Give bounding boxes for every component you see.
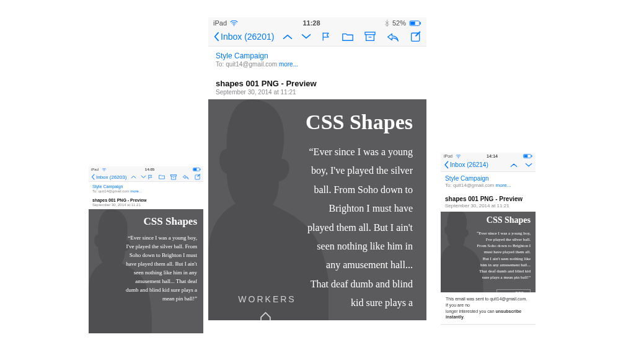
email-hero: CSS Shapes “Ever since I was a young boy… <box>441 212 536 292</box>
back-chevron-icon <box>91 174 95 180</box>
reply-button[interactable] <box>387 32 399 42</box>
bluetooth-icon <box>385 19 389 27</box>
battery-icon <box>409 20 421 26</box>
back-label: Inbox (26203) <box>96 174 126 180</box>
back-label: Inbox (26201) <box>221 32 274 42</box>
hero-title: CSS Shapes <box>208 99 426 138</box>
unsub-period: . <box>464 315 465 319</box>
archive-button[interactable] <box>170 174 177 180</box>
to-line: To: quit14@gmail.com more... <box>445 182 531 188</box>
status-time: 14:14 <box>487 154 498 158</box>
to-prefix: To: <box>92 189 97 193</box>
status-bar: iPad 14:05 <box>89 166 203 173</box>
to-line: To: quit14@gmail.com more... <box>92 189 200 193</box>
nav-bar: Inbox (26201) <box>208 29 426 47</box>
css-shapes-chip[interactable]: CSS Shapes <box>496 289 531 292</box>
battery-pct: 52% <box>392 19 406 27</box>
hero-quote: “Ever since I was a young boy, I've play… <box>477 230 536 283</box>
prev-message-button[interactable] <box>283 34 293 40</box>
wifi-icon <box>230 20 238 26</box>
subject: shapes 001 PNG - Preview <box>92 198 200 202</box>
hero-title: CSS Shapes <box>89 209 203 229</box>
nav-bar: Inbox (26203) <box>89 173 203 182</box>
skyline-icon <box>221 308 313 320</box>
more-link[interactable]: more... <box>130 189 142 193</box>
bottom-toolbar <box>441 324 536 325</box>
date: September 30, 2014 at 11:21 <box>216 89 419 96</box>
back-chevron-icon <box>213 32 219 42</box>
sender-name[interactable]: Style Campaign <box>445 175 531 182</box>
compose-button[interactable] <box>410 31 421 42</box>
hero-quote: “Ever since I was a young boy, I've play… <box>306 143 426 320</box>
email-hero: WORKERS CSS Shapes “Ever since I was a y… <box>208 99 426 320</box>
subject: shapes 001 PNG - Preview <box>216 79 419 88</box>
message-header: Style Campaign To: quit14@gmail.com more… <box>89 182 203 209</box>
wifi-icon <box>456 155 461 158</box>
hero-title: CSS Shapes <box>441 212 536 225</box>
compose-button[interactable] <box>195 174 201 180</box>
more-link[interactable]: more... <box>279 61 298 68</box>
flag-button[interactable] <box>321 32 331 42</box>
next-message-button[interactable] <box>525 163 532 168</box>
next-message-button[interactable] <box>141 175 146 179</box>
to-line: To: quit14@gmail.com more... <box>216 61 419 68</box>
to-address: quit14@gmail.com <box>99 189 130 193</box>
message-header: Style Campaign To: quit14@gmail.com more… <box>441 172 536 212</box>
flag-button[interactable] <box>148 174 153 180</box>
move-button[interactable] <box>159 174 165 179</box>
prev-message-button[interactable] <box>510 163 518 168</box>
status-device: iPad <box>213 19 227 27</box>
message-header: Style Campaign To: quit14@gmail.com more… <box>208 47 426 99</box>
unsub-text-1a: This email was sent to <box>446 297 490 301</box>
ipad-mail-left: iPad 14:05 Inbox (26203) Style Campaign <box>89 166 203 338</box>
reply-button[interactable] <box>182 174 189 179</box>
email-hero: CSS Shapes “Ever since I was a young boy… <box>89 209 203 333</box>
unsub-email: quit14@gmail.com <box>490 297 526 301</box>
prev-message-button[interactable] <box>131 175 136 179</box>
unsubscribe-strip: This email was sent to quit14@gmail.com.… <box>441 292 536 324</box>
unsub-text-2a: longer interested you can <box>446 309 496 313</box>
back-button[interactable]: Inbox (26201) <box>213 32 274 42</box>
hero-quote: “Ever since I was a young boy, I've play… <box>123 234 204 308</box>
tshirt-graphic: WORKERS <box>221 294 313 320</box>
status-bar: iPad 11:28 52% <box>208 17 426 29</box>
move-button[interactable] <box>342 32 353 42</box>
battery-icon <box>193 168 201 171</box>
to-address: quit14@gmail.com <box>226 61 277 68</box>
back-button[interactable]: Inbox (26214) <box>444 161 488 169</box>
status-time: 14:05 <box>145 168 154 171</box>
back-chevron-icon <box>444 161 449 169</box>
back-label: Inbox (26214) <box>450 161 488 168</box>
status-device: iPod <box>444 154 452 158</box>
more-link[interactable]: more... <box>496 182 511 188</box>
to-prefix: To: <box>216 61 224 68</box>
ipad-mail-center: iPad 11:28 52% Inbox (26201) Style C <box>208 17 426 320</box>
sender-name[interactable]: Style Campaign <box>92 184 200 189</box>
battery-icon <box>523 154 532 158</box>
ipod-mail-right: iPod 14:14 Inbox (26214) Style Campaign … <box>441 153 536 325</box>
tshirt-text: WORKERS <box>221 294 313 304</box>
subject: shapes 001 PNG - Preview <box>445 196 531 202</box>
to-address: quit14@gmail.com <box>453 182 494 188</box>
sender-name[interactable]: Style Campaign <box>216 52 419 60</box>
wifi-icon <box>102 168 107 171</box>
date: September 30, 2014 at 11:21 <box>445 203 531 209</box>
status-device: iPad <box>91 168 99 171</box>
status-time: 11:28 <box>302 19 320 27</box>
back-button[interactable]: Inbox (26203) <box>91 174 126 180</box>
nav-bar: Inbox (26214) <box>441 160 536 172</box>
date: September 30, 2014 at 11:21 <box>92 203 200 207</box>
to-prefix: To: <box>445 182 452 188</box>
archive-button[interactable] <box>364 32 376 42</box>
next-message-button[interactable] <box>301 34 311 40</box>
status-bar: iPod 14:14 <box>441 153 536 160</box>
